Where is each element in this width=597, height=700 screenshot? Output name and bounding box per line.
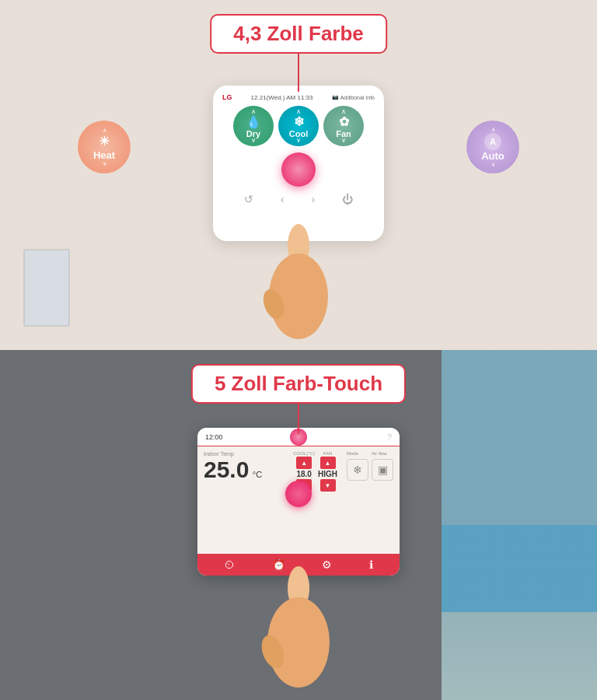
cool-icon: ❄: [294, 114, 304, 129]
auto-mode-circle[interactable]: ∧ A Auto ∨: [466, 121, 519, 173]
center-btn-wrapper: [281, 152, 316, 187]
cool-arrow-up: ∧: [296, 108, 301, 115]
back-nav-icon[interactable]: ↺: [244, 193, 253, 205]
top-device: LG 12.21(Wed.) AM 11:33 📷 Additional Inf…: [213, 86, 384, 241]
fan-ctrl-value: HIGH: [318, 470, 337, 478]
top-label-text: 4,3 Zoll Farbe: [233, 22, 364, 45]
left-nav-icon[interactable]: ‹: [281, 193, 285, 205]
heat-mode-circle[interactable]: ∧ ☀ Heat ∨: [78, 121, 131, 173]
top-label-box: 4,3 Zoll Farbe: [210, 14, 387, 54]
bottom-device-time: 12:00: [205, 433, 223, 441]
fan-down-button[interactable]: ▼: [320, 479, 336, 492]
auto-icon: A: [484, 133, 501, 150]
hand-bottom: [252, 565, 345, 700]
device-navigation: ↺ ‹ › ⏻: [222, 190, 375, 208]
fan-ctrl-label: FAN: [323, 451, 333, 456]
mode-label: Mode: [347, 451, 368, 456]
cool-mode-button[interactable]: ∧ ❄ Cool ∨: [278, 106, 319, 146]
bottom-section: 5 Zoll Farb-Touch 12:00 ? Indoor Temp 25…: [0, 350, 597, 700]
dry-icon: 💧: [246, 114, 261, 129]
heat-label: Heat: [93, 149, 115, 161]
auto-label: Auto: [481, 150, 504, 162]
fan-mode-button[interactable]: ∧ ✿ Fan ∨: [323, 106, 364, 146]
top-section: 4,3 Zoll Farbe ∧ ☀ Heat ∨ ∧ A Auto ∨ LG …: [0, 0, 597, 350]
mode-icon-button[interactable]: ❄: [347, 459, 368, 481]
temp-value-display: 25.0 °C: [204, 457, 287, 483]
airflow-label: Air flow: [372, 451, 393, 456]
top-device-header: LG 12.21(Wed.) AM 11:33 📷 Additional Inf…: [222, 93, 375, 101]
fan-arrow-up: ∧: [341, 108, 346, 115]
auto-arrow-up: ∧: [491, 127, 495, 133]
bottom-label-box: 5 Zoll Farb-Touch: [191, 364, 406, 404]
bottom-center-button[interactable]: [285, 481, 312, 507]
indoor-temp-label: Indoor Temp: [204, 451, 287, 457]
hand-top-svg: [252, 222, 345, 347]
temp-number: 25.0: [204, 457, 249, 482]
device-time: 12.21(Wed.) AM 11:33: [251, 94, 313, 101]
mode-buttons-row: ∧ 💧 Dry ∨ ∧ ❄ Cool ∨ ∧ ✿ Fan ∨: [233, 106, 364, 146]
mode-airflow-section: Mode Air flow ❄ ▣: [347, 451, 393, 481]
mode-airflow-icons-row: ❄ ▣: [347, 459, 393, 481]
cool-arrow-down: ∨: [296, 137, 301, 144]
cool-ctrl-label: COOL(°C): [293, 451, 315, 456]
bottom-connector-line: [298, 403, 299, 434]
camera-icon: 📷: [332, 94, 339, 100]
fan-up-arrow: ▲: [325, 460, 331, 467]
hand-top: [252, 222, 345, 350]
dry-arrow-up: ∧: [251, 108, 256, 115]
mode-airflow-labels: Mode Air flow: [347, 451, 393, 456]
cool-up-button[interactable]: ▲: [296, 457, 312, 469]
bottom-question-icon: ?: [387, 432, 392, 442]
fan-up-button[interactable]: ▲: [320, 457, 336, 469]
dry-arrow-down: ∨: [251, 137, 256, 144]
dry-mode-button[interactable]: ∧ 💧 Dry ∨: [233, 106, 274, 146]
fan-control: FAN ▲ HIGH ▼: [318, 451, 337, 492]
wall-window: [23, 249, 70, 327]
right-nav-icon[interactable]: ›: [312, 193, 316, 205]
additional-info: 📷 Additional Info: [332, 94, 375, 100]
lg-logo: LG: [222, 93, 232, 101]
heat-arrow-up: ∧: [103, 128, 106, 134]
temp-unit: °C: [253, 470, 262, 479]
center-button[interactable]: [281, 152, 316, 187]
auto-arrow-down: ∨: [491, 162, 495, 168]
cool-ctrl-value: 18.0: [296, 470, 311, 478]
info-icon[interactable]: ℹ: [369, 558, 373, 571]
fan-icon: ✿: [339, 114, 349, 129]
hand-bottom-svg: [252, 565, 345, 697]
power-nav-icon[interactable]: ⏻: [342, 193, 353, 205]
ocean-background: [442, 350, 597, 700]
temp-section: Indoor Temp 25.0 °C: [204, 451, 287, 483]
timer-icon[interactable]: ⏲: [224, 558, 235, 571]
airflow-icon-button[interactable]: ▣: [372, 459, 393, 481]
heat-arrow-down: ∨: [103, 161, 106, 167]
fan-arrow-down: ∨: [341, 137, 346, 144]
heat-sun-icon: ☀: [99, 134, 110, 149]
additional-info-text: Additional Info: [340, 95, 375, 100]
cool-up-arrow: ▲: [301, 460, 307, 467]
fan-down-arrow: ▼: [325, 482, 331, 489]
bottom-label-text: 5 Zoll Farb-Touch: [215, 372, 382, 395]
top-connector-line: [298, 53, 299, 92]
